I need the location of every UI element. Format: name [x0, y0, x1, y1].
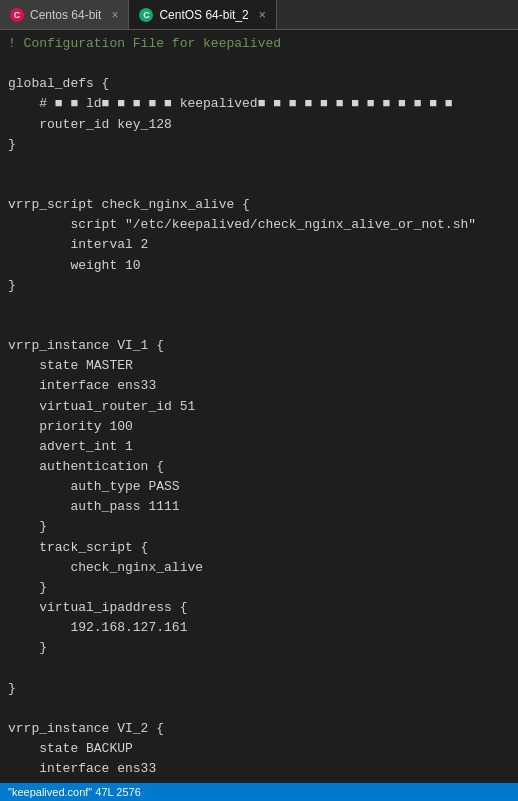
code-line: state MASTER: [0, 356, 518, 376]
tab-icon-centos1: C: [10, 8, 24, 22]
code-line: auth_pass 1111: [0, 497, 518, 517]
code-line: # ■ ■ ld■ ■ ■ ■ ■ keepalived■ ■ ■ ■ ■ ■ …: [0, 94, 518, 114]
tab-centos-64bit-2[interactable]: C CentOS 64-bit_2 ×: [129, 0, 276, 29]
code-line: auth_type PASS: [0, 477, 518, 497]
code-line: router_id key_128: [0, 115, 518, 135]
code-line: global_defs {: [0, 74, 518, 94]
code-line: virtual_ipaddress {: [0, 598, 518, 618]
code-line: weight 10: [0, 256, 518, 276]
code-line: state BACKUP: [0, 739, 518, 759]
code-line: authentication {: [0, 457, 518, 477]
code-line: [0, 316, 518, 336]
tab-label-1: Centos 64-bit: [30, 8, 101, 22]
code-line: [0, 54, 518, 74]
code-line: script "/etc/keepalived/check_nginx_aliv…: [0, 215, 518, 235]
code-line: virtual_router_id 51: [0, 397, 518, 417]
code-line: vrrp_instance VI_1 {: [0, 336, 518, 356]
code-line: 192.168.127.161: [0, 618, 518, 638]
code-line: vrrp_instance VI_2 {: [0, 719, 518, 739]
code-line: interface ens33: [0, 376, 518, 396]
tab-bar: C Centos 64-bit × C CentOS 64-bit_2 ×: [0, 0, 518, 30]
tab-centos-64bit[interactable]: C Centos 64-bit ×: [0, 0, 129, 29]
status-text: "keepalived.conf" 47L 2576: [8, 786, 141, 798]
code-line: }: [0, 276, 518, 296]
code-line: }: [0, 517, 518, 537]
code-line: [0, 155, 518, 175]
code-line: }: [0, 638, 518, 658]
code-line: }: [0, 679, 518, 699]
comment-line: ! Configuration File for keepalived: [0, 34, 518, 54]
code-line: check_nginx_alive: [0, 558, 518, 578]
code-line: [0, 699, 518, 719]
code-line: advert_int 1: [0, 437, 518, 457]
code-line: interval 2: [0, 235, 518, 255]
code-line: interface ens33: [0, 759, 518, 779]
tab-icon-centos2: C: [139, 8, 153, 22]
code-line: priority 100: [0, 417, 518, 437]
code-line: vrrp_script check_nginx_alive {: [0, 195, 518, 215]
code-line: }: [0, 135, 518, 155]
tab-label-2: CentOS 64-bit_2: [159, 8, 248, 22]
close-tab-2[interactable]: ×: [259, 8, 266, 22]
code-line: [0, 175, 518, 195]
code-content: global_defs { # ■ ■ ld■ ■ ■ ■ ■ keepaliv…: [0, 54, 518, 801]
code-line: track_script {: [0, 538, 518, 558]
code-line: [0, 296, 518, 316]
code-line: }: [0, 578, 518, 598]
code-line: [0, 658, 518, 678]
code-editor[interactable]: ! Configuration File for keepalived glob…: [0, 30, 518, 801]
status-bar: "keepalived.conf" 47L 2576: [0, 783, 518, 801]
close-tab-1[interactable]: ×: [111, 8, 118, 22]
